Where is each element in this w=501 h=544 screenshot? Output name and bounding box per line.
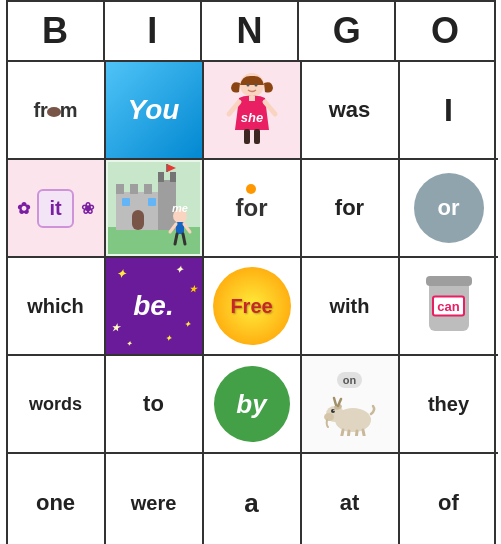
svg-line-28 (175, 234, 177, 244)
cell-was: was (302, 62, 400, 160)
it-text: it (49, 197, 61, 219)
cell-were: were (106, 454, 204, 544)
cell-you: You (106, 62, 204, 160)
cell-at: at (302, 454, 400, 544)
to-text: to (143, 391, 164, 417)
it-flowers-box: it ✿ ❀ (37, 189, 73, 228)
svg-line-46 (334, 398, 336, 405)
or-circle: or (414, 173, 484, 243)
free-burst: Free (213, 267, 291, 345)
were-text: were (131, 492, 177, 515)
you-text: You (128, 94, 180, 126)
cell-be: ✦ ✦ ✦ ★ ✦ ✦ ★ be. (106, 258, 204, 356)
svg-rect-1 (249, 96, 255, 101)
svg-point-43 (333, 410, 334, 411)
was-text: was (329, 97, 371, 123)
svg-point-7 (246, 84, 249, 87)
svg-rect-12 (116, 184, 124, 194)
of-text: of (438, 490, 459, 516)
she-figure: she (217, 70, 287, 150)
svg-rect-20 (122, 198, 130, 206)
svg-text:✦: ✦ (184, 320, 192, 329)
svg-text:she: she (240, 110, 262, 125)
cell-she: she (204, 62, 302, 160)
cell-with: with (302, 258, 400, 356)
svg-rect-10 (108, 227, 200, 254)
svg-rect-21 (148, 198, 156, 206)
svg-rect-19 (132, 210, 144, 230)
svg-point-8 (254, 84, 257, 87)
cell-a: a (204, 454, 302, 544)
cell-me: me (106, 160, 204, 258)
a-text: a (244, 488, 258, 519)
cell-or: or (400, 160, 498, 258)
by-circle: by (214, 366, 290, 442)
svg-line-47 (341, 430, 343, 436)
cell-it: it ✿ ❀ (8, 160, 106, 258)
svg-text:✦: ✦ (115, 267, 126, 280)
cell-they: they (400, 356, 498, 454)
at-text: at (340, 490, 360, 516)
svg-point-41 (324, 413, 334, 421)
bingo-header: B I N G O (8, 2, 494, 62)
words-text: words (29, 394, 82, 415)
goat-icon (321, 392, 379, 436)
header-o: O (396, 2, 493, 60)
header-b: B (8, 2, 105, 60)
be-text: be. (133, 290, 173, 322)
can-image: can (429, 281, 469, 331)
svg-rect-14 (144, 184, 152, 194)
cell-which: which (8, 258, 106, 356)
svg-rect-4 (244, 129, 250, 144)
svg-rect-18 (170, 172, 176, 182)
one-text: one (36, 490, 75, 516)
svg-rect-13 (130, 184, 138, 194)
i-text: I (444, 92, 453, 129)
cell-to: to (106, 356, 204, 454)
cell-by: by (204, 356, 302, 454)
cell-can: can (400, 258, 498, 356)
cell-for: for (204, 160, 302, 258)
hat-icon (47, 107, 61, 117)
castle-me-figure: me (108, 162, 200, 254)
they-text: they (428, 393, 469, 416)
or-text: or (438, 195, 460, 221)
header-g: G (299, 2, 396, 60)
cell-on: on (302, 356, 400, 454)
can-top (426, 276, 472, 286)
svg-line-50 (363, 430, 365, 436)
cell-i: I (400, 62, 498, 160)
on-badge: on (337, 372, 362, 388)
cell-from: frm (8, 62, 106, 160)
with-text: with (330, 295, 370, 318)
this-text: for (335, 195, 364, 221)
svg-text:✦: ✦ (174, 264, 183, 275)
bingo-card: B I N G O frm You (6, 0, 496, 544)
can-label: can (432, 296, 464, 317)
free-text: Free (230, 295, 272, 318)
bingo-grid: frm You (8, 62, 494, 544)
cell-one: one (8, 454, 106, 544)
svg-line-48 (348, 431, 349, 436)
flower-left: ✿ (17, 199, 30, 218)
svg-text:✦: ✦ (125, 340, 132, 347)
for-text: for (235, 194, 267, 222)
svg-rect-5 (254, 129, 260, 144)
svg-line-29 (183, 234, 185, 244)
svg-rect-17 (158, 172, 164, 182)
svg-text:me: me (172, 202, 188, 214)
header-n: N (202, 2, 299, 60)
on-container: on (321, 372, 379, 436)
by-text: by (236, 389, 266, 420)
cell-this: for (302, 160, 400, 258)
header-i: I (105, 2, 202, 60)
cell-free: Free (204, 258, 302, 356)
flower-right: ❀ (81, 199, 94, 218)
cell-of: of (400, 454, 498, 544)
which-text: which (27, 295, 84, 318)
svg-text:✦: ✦ (164, 334, 172, 343)
cell-words: words (8, 356, 106, 454)
svg-line-49 (356, 431, 357, 436)
